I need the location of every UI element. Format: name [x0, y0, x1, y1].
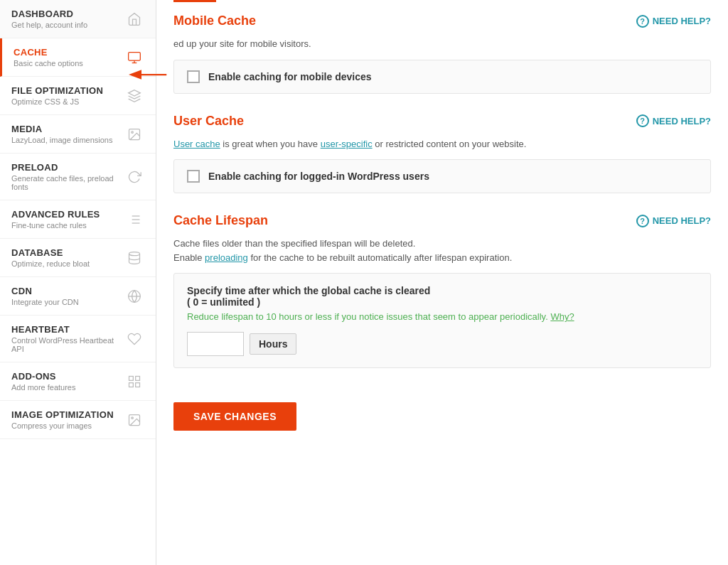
database-icon: [124, 248, 144, 268]
add-ons-icon: [124, 372, 144, 392]
svg-point-20: [132, 416, 134, 419]
sidebar-preload-title: PRELOAD: [11, 162, 124, 173]
sidebar-media-subtitle: LazyLoad, image dimensions: [11, 136, 124, 144]
hours-label: Hours: [250, 333, 296, 355]
user-cache-need-help[interactable]: ? NEED HELP?: [636, 114, 711, 127]
sidebar: DASHBOARD Get help, account info CACHE B…: [0, 0, 156, 565]
mobile-cache-option-label: Enable caching for mobile devices: [208, 71, 372, 82]
cache-lifespan-description: Cache files older than the specified lif…: [173, 237, 711, 264]
svg-rect-17: [136, 382, 140, 387]
advanced-rules-icon: [124, 210, 144, 230]
user-cache-description: User cache is great when you have user-s…: [173, 137, 711, 151]
sidebar-database-subtitle: Optimize, reduce bloat: [11, 259, 124, 268]
sidebar-heartbeat-subtitle: Control WordPress Heartbeat API: [11, 336, 124, 353]
cache-lifespan-title: Cache Lifespan: [173, 213, 268, 228]
save-changes-button[interactable]: SAVE CHANGES: [173, 402, 296, 431]
svg-rect-15: [129, 376, 134, 380]
file-optimization-icon: [124, 86, 144, 106]
sidebar-item-file-optimization[interactable]: FILE OPTIMIZATION Optimize CSS & JS: [0, 77, 156, 115]
sidebar-database-title: DATABASE: [11, 247, 124, 258]
cache-lifespan-box: Specify time after which the global cach…: [173, 273, 711, 368]
cache-lifespan-section: Cache Lifespan ? NEED HELP? Cache files …: [173, 213, 711, 368]
sidebar-cache-subtitle: Basic cache options: [14, 59, 124, 68]
need-help-icon-lifespan: ?: [636, 215, 649, 227]
lifespan-box-title: Specify time after which the global cach…: [187, 285, 697, 308]
image-optimization-icon: [124, 410, 144, 430]
hours-input-row: Hours: [187, 332, 697, 356]
sidebar-advancedrules-title: ADVANCED RULES: [11, 209, 124, 220]
cache-icon: [124, 48, 144, 68]
sidebar-cache-title: CACHE: [14, 47, 124, 58]
sidebar-fileopt-title: FILE OPTIMIZATION: [11, 85, 124, 96]
user-need-help-label: NEED HELP?: [653, 116, 711, 127]
sidebar-addons-subtitle: Add more features: [11, 383, 124, 392]
cache-lifespan-header: Cache Lifespan ? NEED HELP?: [173, 213, 711, 228]
dashboard-icon: [124, 9, 144, 29]
preloading-link[interactable]: preloading: [205, 252, 248, 263]
mobile-cache-title: Mobile Cache: [173, 14, 256, 28]
user-cache-checkbox[interactable]: [187, 170, 200, 183]
sidebar-item-cdn[interactable]: CDN Integrate your CDN: [0, 277, 156, 316]
content-area: Mobile Cache ? NEED HELP? ed up your sit…: [156, 2, 728, 448]
mobile-cache-checkbox[interactable]: [187, 70, 200, 83]
svg-marker-3: [129, 90, 141, 95]
sidebar-imageopt-title: IMAGE OPTIMIZATION: [11, 409, 124, 420]
sidebar-fileopt-subtitle: Optimize CSS & JS: [11, 97, 124, 106]
cache-lifespan-need-help[interactable]: ? NEED HELP?: [636, 215, 711, 227]
sidebar-addons-title: ADD-ONS: [11, 371, 124, 382]
sidebar-cdn-title: CDN: [11, 286, 124, 296]
mobile-cache-description: ed up your site for mobile visitors.: [173, 37, 711, 51]
sidebar-item-advanced-rules[interactable]: ADVANCED RULES Fine-tune cache rules: [0, 200, 156, 239]
sidebar-preload-subtitle: Generate cache files, preload fonts: [11, 174, 124, 191]
need-help-icon-user: ?: [636, 114, 649, 127]
user-cache-title: User Cache: [173, 114, 244, 129]
user-cache-section: User Cache ? NEED HELP? User cache is gr…: [173, 114, 711, 194]
sidebar-item-heartbeat[interactable]: HEARTBEAT Control WordPress Heartbeat AP…: [0, 316, 156, 362]
main-content: Mobile Cache ? NEED HELP? ed up your sit…: [156, 0, 728, 565]
heartbeat-icon: [124, 329, 144, 349]
sidebar-dashboard-subtitle: Get help, account info: [11, 21, 124, 29]
user-cache-option-label: Enable caching for logged-in WordPress u…: [208, 171, 429, 182]
svg-rect-18: [129, 382, 134, 387]
svg-point-12: [129, 252, 140, 255]
sidebar-item-cache[interactable]: CACHE Basic cache options: [0, 38, 156, 77]
svg-rect-0: [129, 52, 141, 60]
sidebar-item-add-ons[interactable]: ADD-ONS Add more features: [0, 362, 156, 401]
sidebar-item-image-optimization[interactable]: IMAGE OPTIMIZATION Compress your images: [0, 401, 156, 439]
why-link[interactable]: Why?: [550, 311, 574, 322]
lifespan-hint: Reduce lifespan to 10 hours or less if y…: [187, 311, 697, 323]
cdn-icon: [124, 286, 144, 306]
user-specific-link[interactable]: user-specific: [321, 139, 373, 149]
mobile-cache-option-box: Enable caching for mobile devices: [173, 60, 711, 94]
sidebar-heartbeat-title: HEARTBEAT: [11, 324, 124, 335]
mobile-cache-header: Mobile Cache ? NEED HELP?: [173, 14, 711, 28]
sidebar-item-dashboard[interactable]: DASHBOARD Get help, account info: [0, 0, 156, 38]
need-help-icon-mobile: ?: [636, 15, 649, 28]
sidebar-imageopt-subtitle: Compress your images: [11, 421, 124, 430]
sidebar-media-title: MEDIA: [11, 124, 124, 134]
user-cache-header: User Cache ? NEED HELP?: [173, 114, 711, 129]
sidebar-item-media[interactable]: MEDIA LazyLoad, image dimensions: [0, 115, 156, 154]
hours-input[interactable]: [187, 332, 244, 356]
sidebar-item-database[interactable]: DATABASE Optimize, reduce bloat: [0, 239, 156, 277]
svg-point-5: [132, 131, 134, 133]
media-icon: [124, 124, 144, 144]
mobile-cache-need-help[interactable]: ? NEED HELP?: [636, 15, 711, 28]
user-cache-link[interactable]: User cache: [173, 139, 220, 149]
sidebar-dashboard-title: DASHBOARD: [11, 9, 124, 19]
sidebar-item-preload[interactable]: PRELOAD Generate cache files, preload fo…: [0, 154, 156, 200]
sidebar-advancedrules-subtitle: Fine-tune cache rules: [11, 221, 124, 230]
preload-icon: [124, 167, 144, 187]
svg-rect-16: [136, 376, 140, 380]
mobile-cache-section: Mobile Cache ? NEED HELP? ed up your sit…: [173, 14, 711, 94]
mobile-need-help-label: NEED HELP?: [653, 16, 711, 26]
user-cache-option-box: Enable caching for logged-in WordPress u…: [173, 159, 711, 193]
sidebar-cdn-subtitle: Integrate your CDN: [11, 298, 124, 306]
lifespan-need-help-label: NEED HELP?: [653, 215, 711, 226]
